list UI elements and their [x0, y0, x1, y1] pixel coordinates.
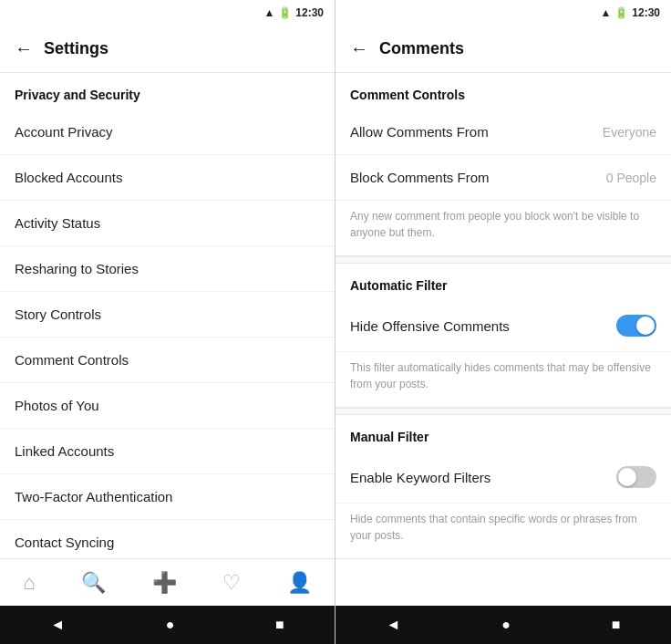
keyword-filters-row: Enable Keyword Filters: [336, 452, 671, 504]
android-recent-left[interactable]: ■: [275, 617, 284, 633]
hide-offensive-row: Hide Offensive Comments: [336, 300, 671, 352]
menu-item-photos-of-you[interactable]: Photos of You: [0, 383, 335, 429]
android-back-right[interactable]: ◄: [386, 617, 400, 633]
comments-content: Comment Controls Allow Comments From Eve…: [336, 73, 671, 606]
right-status-bar: ▲ 🔋 12:30: [336, 0, 671, 26]
battery-icon: 🔋: [278, 6, 292, 19]
block-comments-value: 0 People: [606, 171, 656, 185]
left-content: Privacy and Security Account Privacy Blo…: [0, 73, 335, 558]
heart-icon[interactable]: ♡: [222, 571, 241, 595]
android-recent-right[interactable]: ■: [612, 617, 621, 633]
android-home-left[interactable]: ●: [166, 617, 175, 633]
keyword-filters-toggle[interactable]: [616, 466, 656, 488]
right-time: 12:30: [632, 6, 660, 19]
signal-icon: ▲: [263, 6, 274, 19]
left-page-title: Settings: [44, 39, 108, 58]
keyword-filters-description: Hide comments that contain specific word…: [336, 504, 671, 559]
right-signal-icon: ▲: [600, 6, 611, 19]
allow-comments-label: Allow Comments From: [350, 124, 489, 140]
divider-2: [336, 408, 671, 415]
privacy-section-label: Privacy and Security: [0, 73, 335, 109]
menu-item-blocked-accounts[interactable]: Blocked Accounts: [0, 155, 335, 201]
left-android-nav: ◄ ● ■: [0, 606, 335, 644]
hide-offensive-toggle[interactable]: [616, 315, 656, 337]
block-description: Any new comment from people you block wo…: [336, 201, 671, 256]
hide-offensive-label: Hide Offensive Comments: [350, 318, 510, 334]
back-arrow-left[interactable]: ←: [15, 38, 33, 59]
menu-item-contact-syncing[interactable]: Contact Syncing: [0, 520, 335, 558]
profile-icon[interactable]: 👤: [287, 571, 312, 595]
search-icon[interactable]: 🔍: [81, 571, 106, 595]
right-android-nav: ◄ ● ■: [336, 606, 671, 644]
hide-offensive-knob: [636, 317, 655, 335]
keyword-filters-label: Enable Keyword Filters: [350, 470, 490, 485]
right-header: ← Comments: [336, 26, 671, 73]
left-phone: ▲ 🔋 12:30 ← Settings Privacy and Securit…: [0, 0, 336, 644]
left-time: 12:30: [295, 6, 324, 19]
menu-item-linked-accounts[interactable]: Linked Accounts: [0, 429, 335, 474]
add-icon[interactable]: ➕: [152, 571, 177, 595]
menu-item-activity-status[interactable]: Activity Status: [0, 201, 335, 246]
menu-item-two-factor[interactable]: Two-Factor Authentication: [0, 474, 335, 520]
menu-item-comment-controls[interactable]: Comment Controls: [0, 338, 335, 383]
left-bottom-nav: ⌂ 🔍 ➕ ♡ 👤: [0, 558, 335, 606]
right-phone: ▲ 🔋 12:30 ← Comments Comment Controls Al…: [336, 0, 671, 644]
block-comments-row[interactable]: Block Comments From 0 People: [336, 155, 671, 201]
android-back-left[interactable]: ◄: [50, 617, 65, 633]
menu-item-resharing-stories[interactable]: Resharing to Stories: [0, 246, 335, 292]
right-battery-icon: 🔋: [614, 6, 628, 19]
back-arrow-right[interactable]: ←: [350, 38, 368, 59]
android-home-right[interactable]: ●: [501, 617, 511, 633]
hide-offensive-description: This filter automatically hides comments…: [336, 352, 671, 408]
allow-comments-row[interactable]: Allow Comments From Everyone: [336, 109, 671, 155]
keyword-filters-knob: [618, 468, 636, 486]
left-status-bar: ▲ 🔋 12:30: [0, 0, 335, 26]
divider-1: [336, 256, 671, 264]
comment-controls-label: Comment Controls: [336, 73, 671, 109]
menu-item-story-controls[interactable]: Story Controls: [0, 292, 335, 338]
left-header: ← Settings: [0, 26, 335, 73]
allow-comments-value: Everyone: [603, 125, 656, 140]
manual-filter-label: Manual Filter: [336, 415, 671, 452]
automatic-filter-label: Automatic Filter: [336, 264, 671, 300]
menu-item-account-privacy[interactable]: Account Privacy: [0, 109, 335, 155]
block-comments-label: Block Comments From: [350, 170, 490, 185]
home-icon[interactable]: ⌂: [23, 571, 35, 595]
right-page-title: Comments: [379, 39, 464, 58]
